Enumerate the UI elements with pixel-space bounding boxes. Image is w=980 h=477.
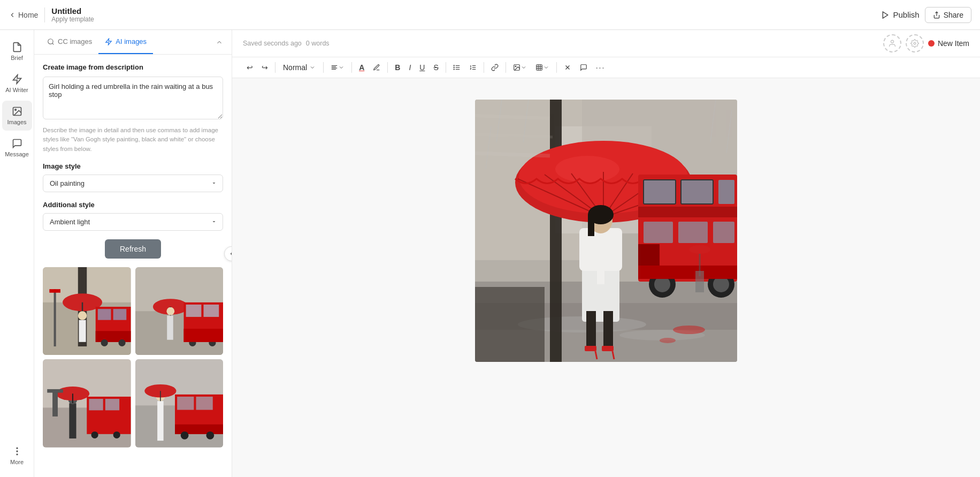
- comment-icon: [580, 64, 587, 71]
- publish-icon: [881, 11, 890, 19]
- tab-ai-images[interactable]: AI images: [98, 30, 153, 54]
- image-grid: [43, 267, 223, 448]
- sidebar-item-more[interactable]: More: [2, 441, 32, 471]
- more-toolbar-button[interactable]: ···: [592, 60, 609, 74]
- ai-icon: [105, 38, 112, 46]
- svg-marker-10: [106, 39, 112, 45]
- tab-cc-images[interactable]: CC images: [41, 30, 98, 54]
- numbered-list-button[interactable]: [465, 61, 480, 74]
- style-select-button[interactable]: Normal: [279, 61, 320, 74]
- bold-button[interactable]: B: [391, 60, 404, 74]
- clear-format-button[interactable]: [560, 61, 575, 74]
- svg-rect-30: [167, 315, 173, 339]
- svg-point-64: [914, 42, 916, 44]
- svg-rect-49: [52, 390, 58, 417]
- table-button[interactable]: [532, 61, 553, 74]
- font-color-button[interactable]: A: [355, 60, 368, 74]
- main-painting-container: [475, 100, 737, 362]
- image-style-select[interactable]: Oil painting Watercolor Sketch Digital a…: [43, 175, 223, 192]
- additional-style-section: Additional style Ambient light Natural l…: [43, 201, 223, 231]
- table-icon: [535, 64, 543, 71]
- new-item-label: New Item: [938, 39, 969, 48]
- highlight-icon: [373, 64, 380, 71]
- image-icon: [12, 106, 22, 117]
- toolbar-sep-3: [351, 62, 352, 73]
- file-icon: [12, 42, 22, 52]
- italic-button[interactable]: I: [405, 60, 415, 74]
- svg-point-48: [113, 431, 120, 438]
- svg-point-149: [673, 325, 705, 334]
- svg-point-136: [689, 245, 710, 254]
- chevron-left-collapse-icon: [228, 251, 232, 257]
- toolbar-sep-8: [556, 62, 557, 73]
- new-item-dot: [928, 40, 935, 47]
- svg-rect-122: [718, 180, 734, 204]
- link-button[interactable]: [487, 61, 502, 74]
- svg-marker-2: [13, 75, 21, 84]
- image-thumb-4[interactable]: [135, 359, 224, 448]
- svg-rect-95: [550, 100, 562, 362]
- svg-point-74: [454, 69, 454, 70]
- svg-rect-50: [47, 389, 63, 393]
- apply-template-link[interactable]: Apply template: [51, 16, 94, 23]
- undo-button[interactable]: ↩: [243, 60, 257, 74]
- image-thumb-3[interactable]: [43, 359, 131, 448]
- sidebar-item-message[interactable]: Message: [2, 133, 32, 163]
- svg-rect-34: [203, 305, 219, 317]
- comment-button[interactable]: [576, 61, 591, 74]
- settings-icon-btn[interactable]: [906, 34, 924, 52]
- align-button[interactable]: [327, 61, 348, 74]
- home-link[interactable]: Home: [9, 11, 38, 19]
- sidebar-item-images[interactable]: Images: [2, 101, 32, 131]
- chevron-up-icon: [216, 39, 223, 46]
- bullet-icon: [453, 64, 461, 71]
- svg-rect-113: [586, 311, 596, 349]
- svg-rect-125: [638, 207, 737, 217]
- document-title[interactable]: Untitled: [51, 6, 94, 16]
- svg-rect-53: [157, 401, 164, 441]
- svg-rect-127: [644, 222, 673, 243]
- publish-button[interactable]: Publish: [881, 10, 919, 19]
- hint-text: Describe the image in detail and then us…: [43, 126, 223, 154]
- svg-point-22: [101, 339, 108, 346]
- svg-point-4: [14, 109, 16, 111]
- tab-cc-images-label: CC images: [58, 37, 92, 46]
- highlight-button[interactable]: [369, 61, 384, 74]
- gear-icon: [910, 39, 919, 48]
- sidebar-item-ai-writer[interactable]: AI Writer: [2, 69, 32, 99]
- collaborator-icon-btn[interactable]: [883, 34, 901, 52]
- additional-style-select[interactable]: Ambient light Natural light Studio light…: [43, 213, 223, 231]
- svg-rect-121: [681, 180, 713, 204]
- editor-icons: New Item: [883, 34, 969, 52]
- panel: CC images AI images Create image from de…: [34, 30, 232, 477]
- image-description-input[interactable]: Girl holding a red umbrella in the rain …: [43, 77, 223, 119]
- editor-toolbar: ↩ ↪ Normal: [232, 57, 980, 78]
- align-chevron-icon: [338, 64, 344, 71]
- image-insert-button[interactable]: [509, 61, 531, 74]
- refresh-button[interactable]: Refresh: [105, 239, 161, 259]
- svg-rect-115: [585, 346, 596, 351]
- svg-point-17: [78, 311, 87, 320]
- sidebar-brief-label: Brief: [11, 55, 23, 61]
- editor-content[interactable]: [232, 78, 980, 477]
- sidebar-item-brief[interactable]: Brief: [2, 36, 32, 66]
- underline-button[interactable]: U: [416, 60, 428, 74]
- svg-rect-33: [186, 305, 201, 317]
- person-add-icon: [888, 39, 897, 48]
- svg-rect-40: [69, 404, 76, 439]
- thumb-3-svg: [43, 359, 131, 448]
- image-thumb-2[interactable]: [135, 267, 224, 355]
- redo-button[interactable]: ↪: [258, 60, 272, 74]
- new-item-button[interactable]: New Item: [928, 39, 969, 48]
- svg-rect-111: [588, 215, 594, 236]
- panel-scroll-up-btn[interactable]: [213, 30, 225, 54]
- image-thumb-1[interactable]: [43, 267, 131, 355]
- bullet-list-button[interactable]: [449, 61, 464, 74]
- svg-rect-129: [713, 222, 734, 243]
- strikethrough-button[interactable]: S: [430, 60, 442, 74]
- topbar: Home Untitled Apply template Publish Sha…: [0, 0, 980, 30]
- word-count: 0 words: [306, 40, 330, 47]
- svg-rect-114: [603, 311, 613, 349]
- share-button[interactable]: Share: [925, 7, 971, 23]
- image-style-label: Image style: [43, 162, 223, 170]
